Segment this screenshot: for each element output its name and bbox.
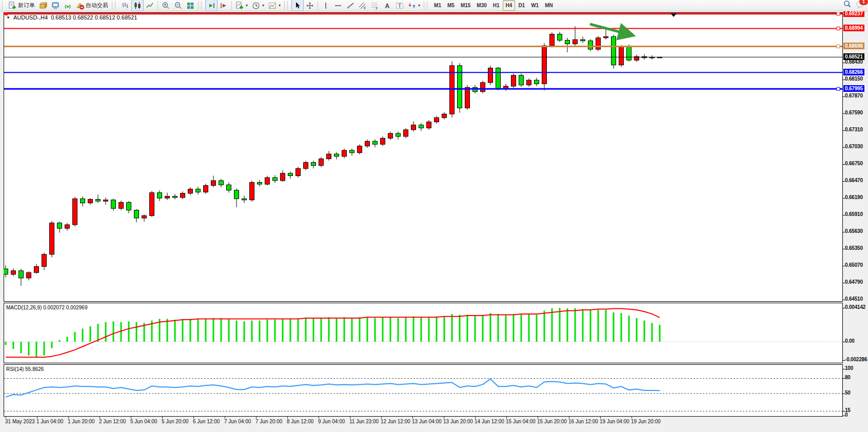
toolbar-grip [115, 2, 117, 10]
vertical-line-button[interactable] [320, 0, 332, 11]
macd-histogram-bar [351, 318, 353, 342]
crosshair-icon [306, 2, 314, 10]
time-tick-label: 13 Jun 04:00 [412, 419, 442, 424]
timeframe-w1[interactable]: W1 [528, 0, 542, 11]
trendline-button[interactable] [344, 0, 357, 11]
macd-histogram-bar [121, 322, 122, 342]
candle-body [542, 46, 547, 84]
line-handle[interactable] [837, 27, 840, 30]
price-axis[interactable]: 0.692370.689940.686980.682660.679950.685… [843, 11, 868, 432]
chart-shift-button[interactable] [218, 0, 230, 11]
macd-pane[interactable] [4, 303, 843, 363]
macd-histogram-bar [198, 319, 199, 342]
text-label-button[interactable]: T [393, 0, 406, 11]
macd-histogram-bar [251, 321, 253, 342]
auto-trading-button[interactable]: 自动交易 [74, 0, 110, 11]
candle-body [611, 36, 616, 65]
time-tick-label: 5 Jun 04:00 [130, 419, 157, 424]
axis-tick-mark [843, 308, 845, 308]
macd-histogram-bar [436, 317, 438, 342]
zoom-out-button[interactable] [172, 0, 184, 11]
macd-histogram-bar [298, 319, 299, 342]
search-icon[interactable] [843, 0, 852, 11]
macd-histogram-bar [644, 321, 645, 342]
period-button[interactable]: ▾ [250, 0, 266, 11]
candle-body [565, 40, 570, 44]
price-level-label: 0.67995 [843, 85, 864, 92]
time-tick-label: 31 May 2023 [5, 419, 35, 424]
macd-histogram-bar [336, 318, 338, 342]
macd-histogram-bar [544, 311, 545, 342]
macd-histogram-bar [182, 320, 184, 342]
timeframe-h4[interactable]: H4 [503, 0, 516, 11]
macd-histogram-bar [598, 310, 599, 342]
signals-button[interactable] [62, 0, 74, 11]
candle-body [527, 80, 531, 85]
auto-scroll-button[interactable] [205, 0, 218, 11]
auto-trading-label: 自动交易 [86, 2, 108, 9]
bar-chart-mode-button[interactable] [119, 0, 131, 11]
macd-histogram-bar [659, 325, 661, 342]
macd-indicator-label: MACD(12,26,9) 0.002072 0.002969 [6, 305, 87, 310]
tile-windows-button[interactable] [184, 0, 196, 11]
timeframe-m5[interactable]: M5 [444, 0, 458, 11]
macd-histogram-bar [74, 332, 76, 342]
line-handle[interactable] [837, 12, 840, 15]
timeframe-m30[interactable]: M30 [474, 0, 489, 11]
main-price-pane[interactable] [4, 12, 843, 302]
candle-body [619, 47, 624, 65]
macd-histogram-bar [44, 342, 45, 356]
timeframe-h1[interactable]: H1 [490, 0, 503, 11]
candle-body [627, 47, 632, 60]
candle-body [104, 200, 108, 201]
horizontal-line-icon [334, 2, 342, 10]
market-watch-button[interactable] [37, 0, 49, 11]
axis-tick-label: 100 [845, 365, 853, 371]
line-chart-icon [146, 2, 154, 10]
crosshair-button[interactable] [304, 0, 316, 11]
toolbar-separator [157, 1, 158, 10]
timeframe-d1[interactable]: D1 [515, 0, 528, 11]
candle-body [196, 189, 201, 192]
zoom-in-button[interactable] [160, 0, 172, 11]
macd-histogram-bar [97, 324, 99, 342]
fibonacci-button[interactable]: F [369, 0, 381, 11]
candle-body [157, 193, 162, 199]
line-handle[interactable] [837, 45, 840, 48]
horizontal-line-button[interactable] [332, 0, 344, 11]
axis-tick-mark [843, 63, 845, 63]
terminal-button[interactable] [49, 0, 62, 11]
equidistant-channel-button[interactable]: E [357, 0, 369, 11]
arrows-button[interactable]: ▾ [406, 0, 422, 11]
macd-histogram-bar [459, 315, 461, 342]
templates-button[interactable]: ▾ [266, 0, 283, 11]
candle-body [150, 193, 154, 216]
indicators-button[interactable]: ▾ [233, 0, 250, 11]
candle-body [19, 271, 24, 278]
timeframe-m1[interactable]: M1 [431, 0, 444, 11]
candle-body [458, 66, 462, 108]
cursor-button[interactable] [291, 0, 304, 11]
timeframe-mn[interactable]: MN [542, 0, 556, 11]
rsi-pane[interactable] [4, 364, 843, 417]
text-a-icon: A [383, 2, 391, 10]
macd-histogram-bar [528, 314, 530, 342]
axis-tick-mark [843, 181, 845, 182]
symbol-ohlc: 0.68513 0.68522 0.68512 0.68521 [51, 14, 137, 21]
timeframe-m15[interactable]: M15 [458, 0, 474, 11]
toolbar-grip [2, 2, 5, 10]
text-button[interactable]: A [381, 0, 393, 11]
new-order-button[interactable]: 新订单 [6, 0, 37, 11]
notifications-button[interactable]: 1 [856, 0, 865, 11]
axis-tick-mark [843, 215, 845, 215]
candle-body [81, 199, 85, 203]
candlestick-mode-button[interactable] [131, 0, 144, 11]
candle-body [511, 75, 516, 86]
axis-tick-mark [843, 198, 845, 199]
line-handle[interactable] [837, 87, 840, 90]
collapse-arrow-icon[interactable]: ▼ [6, 15, 10, 20]
candle-body [204, 185, 208, 192]
line-chart-mode-button[interactable] [144, 0, 156, 11]
time-tick-label: 8 Jun 12:00 [287, 419, 313, 424]
candle-body [281, 173, 285, 181]
